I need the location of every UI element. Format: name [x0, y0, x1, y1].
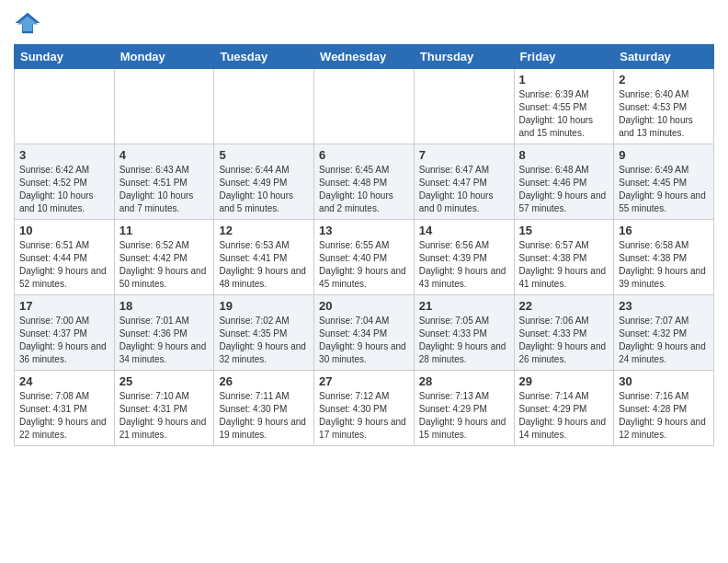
day-cell: 28Sunrise: 7:13 AM Sunset: 4:29 PM Dayli…	[414, 371, 514, 446]
day-number: 28	[419, 374, 509, 388]
day-number: 14	[419, 224, 509, 237]
day-cell	[15, 69, 115, 144]
day-cell: 4Sunrise: 6:43 AM Sunset: 4:51 PM Daylig…	[114, 144, 214, 220]
day-info: Sunrise: 7:10 AM Sunset: 4:31 PM Dayligh…	[119, 390, 210, 442]
day-number: 3	[19, 148, 109, 162]
day-info: Sunrise: 7:01 AM Sunset: 4:36 PM Dayligh…	[119, 315, 210, 366]
day-cell: 29Sunrise: 7:14 AM Sunset: 4:29 PM Dayli…	[514, 371, 614, 446]
day-cell: 20Sunrise: 7:04 AM Sunset: 4:34 PM Dayli…	[314, 295, 415, 371]
day-cell: 1Sunrise: 6:39 AM Sunset: 4:55 PM Daylig…	[514, 69, 614, 144]
day-number: 13	[319, 224, 409, 237]
day-info: Sunrise: 6:53 AM Sunset: 4:41 PM Dayligh…	[219, 239, 309, 291]
week-row-4: 17Sunrise: 7:00 AM Sunset: 4:37 PM Dayli…	[15, 295, 714, 371]
day-info: Sunrise: 7:04 AM Sunset: 4:34 PM Dayligh…	[319, 315, 409, 366]
day-info: Sunrise: 6:40 AM Sunset: 4:53 PM Dayligh…	[619, 88, 709, 140]
day-info: Sunrise: 6:43 AM Sunset: 4:51 PM Dayligh…	[119, 164, 210, 215]
day-info: Sunrise: 7:02 AM Sunset: 4:35 PM Dayligh…	[219, 315, 309, 366]
logo-icon	[14, 9, 41, 37]
column-header-friday: Friday	[514, 45, 614, 69]
day-cell: 13Sunrise: 6:55 AM Sunset: 4:40 PM Dayli…	[314, 220, 415, 295]
day-number: 10	[19, 224, 109, 237]
day-info: Sunrise: 6:56 AM Sunset: 4:39 PM Dayligh…	[419, 239, 509, 291]
week-row-1: 1Sunrise: 6:39 AM Sunset: 4:55 PM Daylig…	[15, 69, 714, 144]
day-cell: 24Sunrise: 7:08 AM Sunset: 4:31 PM Dayli…	[15, 371, 115, 446]
day-info: Sunrise: 6:44 AM Sunset: 4:49 PM Dayligh…	[219, 164, 309, 215]
day-number: 19	[219, 299, 309, 313]
day-info: Sunrise: 6:52 AM Sunset: 4:42 PM Dayligh…	[119, 239, 210, 291]
day-info: Sunrise: 7:07 AM Sunset: 4:32 PM Dayligh…	[619, 315, 709, 366]
day-info: Sunrise: 6:48 AM Sunset: 4:46 PM Dayligh…	[519, 164, 609, 215]
header	[14, 9, 714, 37]
week-row-3: 10Sunrise: 6:51 AM Sunset: 4:44 PM Dayli…	[15, 220, 714, 295]
day-number: 7	[419, 148, 509, 162]
day-info: Sunrise: 7:08 AM Sunset: 4:31 PM Dayligh…	[19, 390, 109, 442]
day-cell: 19Sunrise: 7:02 AM Sunset: 4:35 PM Dayli…	[214, 295, 314, 371]
svg-marker-1	[17, 17, 39, 32]
day-cell: 22Sunrise: 7:06 AM Sunset: 4:33 PM Dayli…	[514, 295, 614, 371]
day-cell: 6Sunrise: 6:45 AM Sunset: 4:48 PM Daylig…	[314, 144, 415, 220]
day-cell: 8Sunrise: 6:48 AM Sunset: 4:46 PM Daylig…	[514, 144, 614, 220]
column-header-wednesday: Wednesday	[314, 45, 415, 69]
day-cell: 10Sunrise: 6:51 AM Sunset: 4:44 PM Dayli…	[15, 220, 115, 295]
day-number: 24	[19, 374, 109, 388]
day-cell: 2Sunrise: 6:40 AM Sunset: 4:53 PM Daylig…	[614, 69, 714, 144]
day-number: 20	[319, 299, 409, 313]
day-number: 2	[619, 73, 709, 86]
day-number: 23	[619, 299, 709, 313]
day-number: 25	[119, 374, 210, 388]
day-cell: 15Sunrise: 6:57 AM Sunset: 4:38 PM Dayli…	[514, 220, 614, 295]
day-info: Sunrise: 6:55 AM Sunset: 4:40 PM Dayligh…	[319, 239, 409, 291]
day-info: Sunrise: 7:06 AM Sunset: 4:33 PM Dayligh…	[519, 315, 609, 366]
day-number: 30	[619, 374, 709, 388]
day-info: Sunrise: 6:49 AM Sunset: 4:45 PM Dayligh…	[619, 164, 709, 215]
calendar-table: SundayMondayTuesdayWednesdayThursdayFrid…	[14, 44, 714, 446]
column-header-tuesday: Tuesday	[214, 45, 314, 69]
day-number: 15	[519, 224, 609, 237]
column-header-saturday: Saturday	[614, 45, 714, 69]
day-number: 8	[519, 148, 609, 162]
logo	[14, 9, 45, 37]
day-cell	[214, 69, 314, 144]
day-number: 27	[319, 374, 409, 388]
day-number: 29	[519, 374, 609, 388]
day-cell: 16Sunrise: 6:58 AM Sunset: 4:38 PM Dayli…	[614, 220, 714, 295]
day-info: Sunrise: 6:42 AM Sunset: 4:52 PM Dayligh…	[19, 164, 109, 215]
day-number: 22	[519, 299, 609, 313]
column-header-monday: Monday	[114, 45, 214, 69]
day-cell: 14Sunrise: 6:56 AM Sunset: 4:39 PM Dayli…	[414, 220, 514, 295]
day-info: Sunrise: 7:16 AM Sunset: 4:28 PM Dayligh…	[619, 390, 709, 442]
day-info: Sunrise: 7:13 AM Sunset: 4:29 PM Dayligh…	[419, 390, 509, 442]
day-cell: 23Sunrise: 7:07 AM Sunset: 4:32 PM Dayli…	[614, 295, 714, 371]
page-container: SundayMondayTuesdayWednesdayThursdayFrid…	[0, 0, 728, 455]
day-cell: 18Sunrise: 7:01 AM Sunset: 4:36 PM Dayli…	[114, 295, 214, 371]
day-info: Sunrise: 6:45 AM Sunset: 4:48 PM Dayligh…	[319, 164, 409, 215]
day-number: 1	[519, 73, 609, 86]
day-info: Sunrise: 6:57 AM Sunset: 4:38 PM Dayligh…	[519, 239, 609, 291]
day-info: Sunrise: 7:14 AM Sunset: 4:29 PM Dayligh…	[519, 390, 609, 442]
day-number: 18	[119, 299, 210, 313]
day-info: Sunrise: 6:47 AM Sunset: 4:47 PM Dayligh…	[419, 164, 509, 215]
day-cell: 26Sunrise: 7:11 AM Sunset: 4:30 PM Dayli…	[214, 371, 314, 446]
day-cell: 7Sunrise: 6:47 AM Sunset: 4:47 PM Daylig…	[414, 144, 514, 220]
day-cell: 25Sunrise: 7:10 AM Sunset: 4:31 PM Dayli…	[114, 371, 214, 446]
day-number: 11	[119, 224, 210, 237]
day-info: Sunrise: 6:58 AM Sunset: 4:38 PM Dayligh…	[619, 239, 709, 291]
day-number: 21	[419, 299, 509, 313]
day-number: 26	[219, 374, 309, 388]
day-info: Sunrise: 7:05 AM Sunset: 4:33 PM Dayligh…	[419, 315, 509, 366]
column-header-sunday: Sunday	[15, 45, 115, 69]
day-cell: 9Sunrise: 6:49 AM Sunset: 4:45 PM Daylig…	[614, 144, 714, 220]
week-row-2: 3Sunrise: 6:42 AM Sunset: 4:52 PM Daylig…	[15, 144, 714, 220]
day-cell: 21Sunrise: 7:05 AM Sunset: 4:33 PM Dayli…	[414, 295, 514, 371]
day-number: 17	[19, 299, 109, 313]
day-number: 12	[219, 224, 309, 237]
day-info: Sunrise: 7:12 AM Sunset: 4:30 PM Dayligh…	[319, 390, 409, 442]
column-header-thursday: Thursday	[414, 45, 514, 69]
day-number: 16	[619, 224, 709, 237]
day-cell: 17Sunrise: 7:00 AM Sunset: 4:37 PM Dayli…	[15, 295, 115, 371]
day-cell: 5Sunrise: 6:44 AM Sunset: 4:49 PM Daylig…	[214, 144, 314, 220]
day-cell: 12Sunrise: 6:53 AM Sunset: 4:41 PM Dayli…	[214, 220, 314, 295]
day-number: 9	[619, 148, 709, 162]
day-cell: 30Sunrise: 7:16 AM Sunset: 4:28 PM Dayli…	[614, 371, 714, 446]
day-cell	[414, 69, 514, 144]
